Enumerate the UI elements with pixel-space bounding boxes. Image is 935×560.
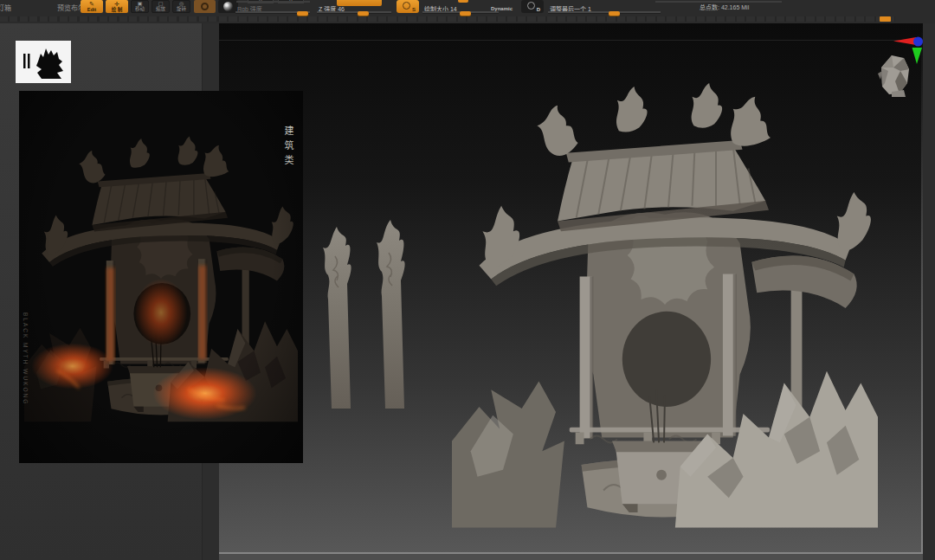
slider-groove	[548, 11, 661, 14]
draw-icon: ✛	[114, 1, 119, 7]
slider-handle[interactable]	[460, 11, 471, 16]
top-toolbar: 灯箱 预览布尔渲染 ✎ Edit ✛ 绘 制 ▣ 移动 ▢ 缩放 ◎ 旋转 0	[0, 0, 935, 23]
app-window: 灯箱 预览布尔渲染 ✎ Edit ✛ 绘 制 ▣ 移动 ▢ 缩放 ◎ 旋转 0	[0, 0, 935, 560]
draw-size-dial-button[interactable]: S	[397, 0, 419, 13]
adjust-last-slider[interactable]: 调整最后一个 1	[548, 4, 661, 14]
z-intensity-slider[interactable]: Z 强度 46	[317, 4, 391, 14]
total-points-label: 总点数: 42.165 Mil	[700, 3, 749, 11]
edit-button[interactable]: ✎ Edit	[81, 0, 103, 13]
stroke-sphere-icon	[223, 2, 233, 11]
draw-size-dial-icon	[403, 2, 410, 10]
draw-size-dial-letter: S	[412, 7, 416, 12]
rgb-intensity-slider[interactable]: Rgb 强度	[235, 4, 310, 14]
scale-label: 缩放	[156, 6, 165, 12]
axis-gizmo	[893, 36, 925, 66]
move-button[interactable]: ▣ 移动	[131, 0, 149, 13]
lightbox-button[interactable]: 灯箱	[0, 3, 11, 12]
slider-handle[interactable]	[358, 11, 369, 16]
edit-label: Edit	[87, 7, 96, 13]
slider-handle[interactable]	[609, 11, 620, 16]
flame-pillars-model[interactable]	[306, 196, 420, 410]
draw-button[interactable]: ✛ 绘 制	[106, 0, 128, 13]
edit-icon: ✎	[89, 1, 94, 7]
clipped-slider-groove	[236, 1, 310, 3]
reference-image[interactable]: 建筑类 BLACK MYTH WUKONG	[19, 91, 303, 463]
brush-icon	[201, 3, 209, 10]
right-edge-strip	[923, 23, 935, 560]
rotate-button[interactable]: ◎ 旋转	[172, 0, 190, 13]
scale-button[interactable]: ▢ 缩放	[152, 0, 170, 13]
slider-groove	[317, 11, 391, 14]
dynamic-dial-letter: D	[537, 7, 540, 12]
clipped-slider-handle[interactable]	[458, 0, 468, 3]
alpha-thumbnail[interactable]	[16, 41, 71, 83]
canvas-bottom-strip	[219, 554, 923, 560]
z-axis-icon	[913, 37, 923, 47]
divider-segment-active[interactable]	[880, 16, 891, 22]
brush-preview-button[interactable]	[194, 0, 216, 13]
x-axis-icon	[893, 37, 916, 45]
category-label: 建筑类	[281, 126, 295, 170]
dynamic-dial-button[interactable]: D	[521, 0, 544, 13]
document-top-edge	[219, 40, 923, 41]
y-axis-icon	[912, 48, 923, 64]
temple-sculpt-model[interactable]	[452, 76, 878, 528]
dynamic-toggle[interactable]: Dynamic	[491, 6, 513, 11]
vignette	[19, 91, 303, 463]
draw-label: 绘 制	[112, 7, 123, 13]
slider-handle[interactable]	[297, 11, 308, 16]
divider-segments[interactable]	[0, 16, 895, 22]
canvas-border-bottom	[219, 552, 923, 554]
dynamic-dial-icon	[527, 2, 535, 10]
move-label: 移动	[135, 6, 145, 12]
alpha-silhouette	[16, 41, 71, 83]
draw-size-slider[interactable]: 绘制大小 14	[422, 4, 499, 14]
rotate-label: 旋转	[177, 6, 186, 12]
watermark-label: BLACK MYTH WUKONG	[23, 312, 29, 405]
